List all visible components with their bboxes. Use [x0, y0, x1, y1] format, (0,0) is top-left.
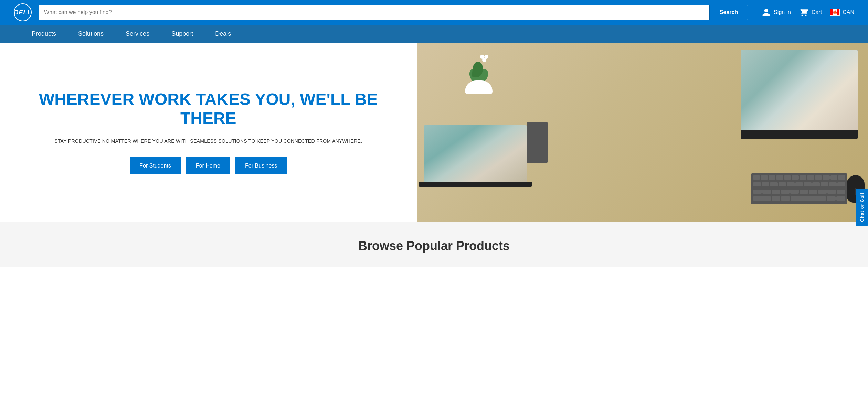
key: [770, 182, 778, 186]
cart-label: Cart: [812, 9, 822, 15]
petal-3: [482, 58, 486, 62]
keyboard-row-2: [753, 182, 845, 188]
hero-headline: WHEREVER WORK TAKES YOU, WE'LL BE THERE: [28, 90, 389, 128]
monitor-screen: [741, 50, 858, 130]
key: [827, 196, 836, 201]
dell-logo[interactable]: DELL: [14, 3, 32, 21]
key: [837, 182, 845, 186]
key: [830, 175, 838, 180]
key: [772, 196, 781, 201]
key: [838, 175, 845, 180]
key: [807, 175, 814, 180]
header-actions: Sign In Cart 🍁 CAN: [761, 8, 854, 17]
desk-scene: [417, 43, 868, 222]
for-business-button[interactable]: For Business: [235, 157, 287, 174]
key: [792, 175, 799, 180]
nav-item-solutions[interactable]: Solutions: [67, 25, 115, 43]
sign-in-label: Sign In: [774, 9, 791, 15]
hero-section: WHEREVER WORK TAKES YOU, WE'LL BE THERE …: [0, 43, 868, 222]
nav-item-services[interactable]: Services: [115, 25, 160, 43]
key: [769, 175, 776, 180]
keyboard-illustration: [751, 173, 847, 204]
laptop-illustration: [424, 125, 527, 201]
sign-in-button[interactable]: Sign In: [761, 8, 791, 17]
canada-flag: 🍁: [830, 9, 840, 16]
key: [821, 182, 828, 186]
country-label: CAN: [843, 9, 854, 15]
flower-illustration: [462, 53, 496, 94]
country-selector[interactable]: 🍁 CAN: [830, 9, 854, 16]
key: [790, 190, 799, 194]
search-input[interactable]: [39, 5, 709, 20]
key: [836, 196, 845, 201]
key: [800, 175, 807, 180]
key: [829, 182, 837, 186]
chat-or-call-tab[interactable]: Chat or Call: [856, 189, 868, 226]
key: [804, 182, 812, 186]
key: [812, 182, 820, 186]
key: [772, 190, 780, 194]
key: [761, 175, 768, 180]
for-home-button[interactable]: For Home: [186, 157, 230, 174]
cart-button[interactable]: Cart: [799, 8, 822, 17]
key: [753, 190, 762, 194]
key: [753, 175, 760, 180]
key-space: [791, 196, 826, 201]
browse-section: Browse Popular Products: [0, 222, 868, 267]
hero-buttons: For Students For Home For Business: [28, 157, 389, 174]
hero-content: WHEREVER WORK TAKES YOU, WE'LL BE THERE …: [0, 43, 417, 222]
key: [787, 182, 795, 186]
keyboard-row-3: [753, 190, 845, 195]
keyboard-row-4: [753, 196, 845, 202]
key: [781, 190, 790, 194]
header: DELL Search Sign In Cart 🍁: [0, 0, 868, 25]
dock-illustration: [527, 122, 548, 163]
for-students-button[interactable]: For Students: [130, 157, 181, 174]
key: [809, 190, 817, 194]
key: [827, 190, 836, 194]
laptop-base: [419, 182, 532, 187]
key: [837, 190, 845, 194]
key: [784, 175, 791, 180]
key: [762, 190, 771, 194]
user-icon: [761, 8, 771, 17]
key: [753, 182, 761, 186]
laptop-screen: [424, 125, 527, 182]
monitor-illustration: [741, 50, 858, 139]
key-shift: [753, 196, 771, 201]
key: [823, 175, 830, 180]
key: [800, 190, 808, 194]
keyboard-row-1: [753, 175, 845, 181]
logo-text: DELL: [14, 9, 32, 16]
cart-icon: [799, 8, 809, 17]
search-bar: Search: [39, 5, 748, 20]
key: [779, 182, 786, 186]
nav-item-products[interactable]: Products: [21, 25, 67, 43]
key: [818, 190, 827, 194]
browse-title: Browse Popular Products: [14, 239, 854, 253]
key: [815, 175, 822, 180]
plant: [468, 56, 489, 84]
key: [795, 182, 803, 186]
key: [781, 196, 790, 201]
laptop-screen-content: [424, 125, 527, 182]
main-nav: Products Solutions Services Support Deal…: [0, 25, 868, 43]
nav-item-deals[interactable]: Deals: [204, 25, 242, 43]
nav-item-support[interactable]: Support: [160, 25, 204, 43]
search-button[interactable]: Search: [709, 5, 748, 20]
maple-leaf-icon: 🍁: [833, 10, 838, 15]
key: [762, 182, 770, 186]
hero-image: [417, 43, 868, 222]
key: [776, 175, 783, 180]
hero-subtext: STAY PRODUCTIVE NO MATTER WHERE YOU ARE …: [28, 137, 389, 145]
